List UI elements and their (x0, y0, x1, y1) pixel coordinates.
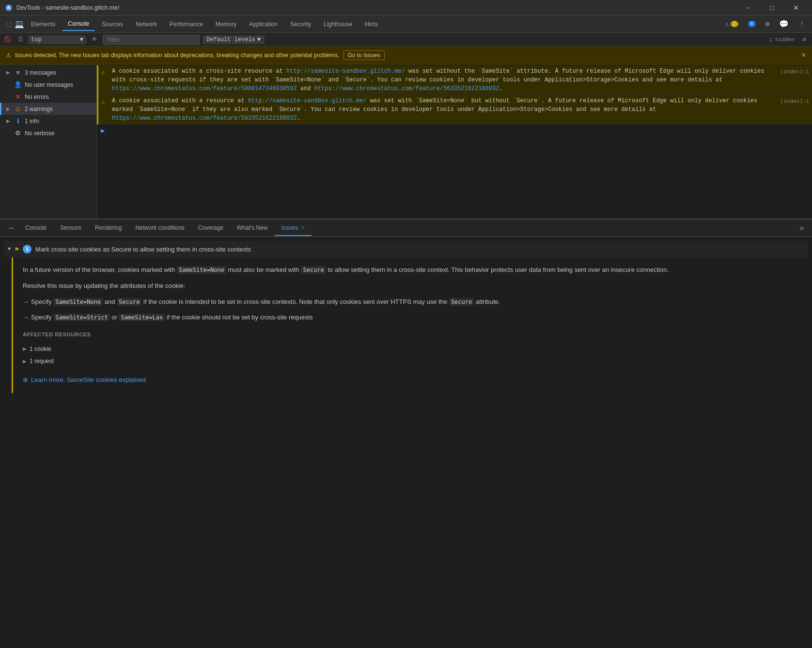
issue-group: ▼ ⚑ 1 Mark cross-site cookies as Secure … (4, 241, 808, 393)
banner-close-icon[interactable]: ✕ (801, 52, 806, 59)
sidebar-item-user-messages[interactable]: 👤 No user messages (0, 79, 96, 91)
learn-more-link[interactable]: ⊕ Learn more: SameSite cookies explained (23, 375, 798, 385)
more-icon[interactable]: ⋮ (796, 18, 808, 30)
code-secure-1: Secure (301, 266, 326, 274)
inspect-icon[interactable]: ⬚ (4, 19, 14, 29)
issue-para-2: Resolve this issue by updating the attri… (23, 281, 798, 291)
code-secure-2: Secure (117, 298, 141, 306)
bottom-tab-issues[interactable]: Issues ✕ (275, 221, 312, 236)
log-levels-selector[interactable]: Default levels ▼ (203, 35, 265, 44)
warning-badge[interactable]: ⚠ 2 (722, 18, 741, 30)
arrow-icon-2: → (23, 313, 29, 323)
clear-console-icon[interactable]: 🚫 (3, 35, 13, 45)
log-location-2[interactable]: (index):1 (781, 96, 809, 123)
code-samesite-strict: SameSite=Strict (53, 314, 109, 321)
console-main: ▶ ≡ 3 messages 👤 No user messages ✕ No e… (0, 64, 812, 220)
tab-sources[interactable]: Sources (96, 18, 129, 31)
bottom-tab-rendering[interactable]: Rendering (88, 221, 128, 236)
tab-security[interactable]: Security (284, 18, 317, 31)
log-entry-warning-1: ⚠ A cookie associated with a cross-site … (97, 65, 812, 95)
console-log: ⚠ A cookie associated with a cross-site … (97, 64, 812, 219)
sidebar-item-messages[interactable]: ▶ ≡ 3 messages (0, 66, 96, 79)
tab-elements[interactable]: Elements (25, 18, 61, 31)
default-levels-label: Default levels (206, 36, 255, 43)
cookie-link-1[interactable]: http://samesite-sandbox.glitch.me/ (286, 68, 405, 75)
resource-item-cookie[interactable]: ▶ 1 cookie (23, 343, 798, 355)
issues-banner: ⚠ Issues detected. The new Issues tab di… (0, 47, 812, 64)
tab-console[interactable]: Console (62, 17, 95, 31)
warning-icon: ⚠ (14, 105, 22, 112)
filter-input[interactable] (103, 35, 200, 45)
feedback-icon[interactable]: 💬 (776, 17, 792, 31)
nav-right-icons: ⚠ 2 6 ⚙ 💬 ⋮ (722, 17, 808, 31)
sidebar-item-warnings[interactable]: ▶ ⚠ 2 warnings (0, 103, 96, 115)
error-count: 6 (748, 21, 756, 27)
verbose-icon: ⚙ (14, 129, 22, 137)
tab-hints[interactable]: Hints (359, 18, 384, 31)
chevron-down-icon: ▼ (257, 36, 261, 43)
context-value: top (31, 36, 42, 43)
eye-icon[interactable]: 👁 (89, 34, 100, 45)
issue-arrow-point-1: → Specify SameSite=None and Secure if th… (23, 297, 798, 307)
tab-memory[interactable]: Memory (210, 18, 242, 31)
maximize-button[interactable]: □ (761, 0, 783, 16)
resource-chevron-icon: ▶ (23, 345, 27, 353)
info-icon: ℹ (14, 117, 22, 125)
sidebar-item-info[interactable]: ▶ ℹ 1 info (0, 115, 96, 127)
resource-request-label: 1 request (30, 357, 54, 366)
more-tabs-icon[interactable]: ⋯ (4, 223, 18, 233)
issue-header[interactable]: ▼ ⚑ 1 Mark cross-site cookies as Secure … (4, 241, 808, 257)
chevron-down-icon: ▼ (8, 246, 11, 252)
tab-lighthouse[interactable]: Lighthouse (318, 18, 358, 31)
device-icon[interactable]: 💻 (15, 19, 24, 29)
warning-icon: ⚠ (725, 20, 729, 28)
resource-chevron-icon: ▶ (23, 358, 27, 365)
issue-count-badge: 1 (23, 245, 31, 253)
panel-close-button[interactable]: ✕ (796, 221, 808, 235)
chromestatus-link-2[interactable]: https://www.chromestatus.com/feature/563… (314, 85, 500, 92)
code-samesite-none-2: SameSite=None (53, 298, 103, 306)
go-to-issues-button[interactable]: Go to Issues (344, 50, 385, 60)
settings-console-icon[interactable]: ⚙ (799, 35, 809, 45)
issue-title: Mark cross-site cookies as Secure to all… (35, 246, 251, 253)
issues-panel: ▼ ⚑ 1 Mark cross-site cookies as Secure … (0, 237, 812, 401)
sidebar-errors-label: No errors (25, 94, 49, 100)
learn-more-circle-icon: ⊕ (23, 375, 28, 385)
bottom-tab-console[interactable]: Console (18, 221, 53, 236)
issue-body: In a future version of the browser, cook… (12, 257, 808, 393)
bottom-tab-issues-label: Issues (281, 224, 298, 231)
close-button[interactable]: ✕ (785, 0, 807, 16)
error-badge[interactable]: 6 (745, 19, 759, 29)
chevron-icon: ▶ (5, 70, 11, 75)
bottom-tab-sensors[interactable]: Sensors (53, 221, 88, 236)
tab-network[interactable]: Network (130, 18, 163, 31)
tab-application[interactable]: Application (243, 18, 283, 31)
console-toolbar: 🚫 ☰ top ▼ 👁 Default levels ▼ 1 hidden ⚙ (0, 33, 812, 47)
bottom-tabs: ⋯ Console Sensors Rendering Network cond… (0, 220, 812, 237)
log-location-1[interactable]: (index):1 (781, 67, 809, 93)
chromestatus-link-1[interactable]: https://www.chromestatus.com/feature/508… (112, 85, 297, 92)
warning-icon: ⚠ (101, 67, 109, 93)
chevron-icon: ▶ (5, 106, 11, 111)
chromestatus-link-3[interactable]: https://www.chromestatus.com/feature/563… (112, 115, 297, 122)
warning-count: 2 (731, 21, 738, 27)
hidden-count: 1 hidden (769, 37, 795, 43)
minimize-button[interactable]: − (736, 0, 759, 16)
flag-icon: ⚑ (15, 245, 19, 253)
context-selector[interactable]: top ▼ (28, 35, 86, 44)
cookie-link-2[interactable]: http://samesite-sandbox.glitch.me/ (248, 97, 367, 104)
bottom-panel: ⋯ Console Sensors Rendering Network cond… (0, 220, 812, 401)
code-samesite-none-1: SameSite=None (177, 266, 226, 274)
bottom-tab-coverage[interactable]: Coverage (191, 221, 230, 236)
resource-item-request[interactable]: ▶ 1 request (23, 355, 798, 367)
tab-close-icon[interactable]: ✕ (301, 225, 305, 230)
issue-arrow-point-2: → Specify SameSite=Strict or SameSite=La… (23, 313, 798, 323)
settings-icon[interactable]: ⚙ (763, 18, 772, 30)
chevron-icon: ▶ (5, 118, 11, 124)
sidebar-item-verbose[interactable]: ⚙ No verbose (0, 127, 96, 139)
bottom-tab-whats-new[interactable]: What's New (230, 221, 275, 236)
tab-performance[interactable]: Performance (164, 18, 209, 31)
toggle-sidebar-icon[interactable]: ☰ (16, 35, 25, 45)
bottom-tab-network-conditions[interactable]: Network conditions (128, 221, 191, 236)
sidebar-item-errors[interactable]: ✕ No errors (0, 91, 96, 103)
